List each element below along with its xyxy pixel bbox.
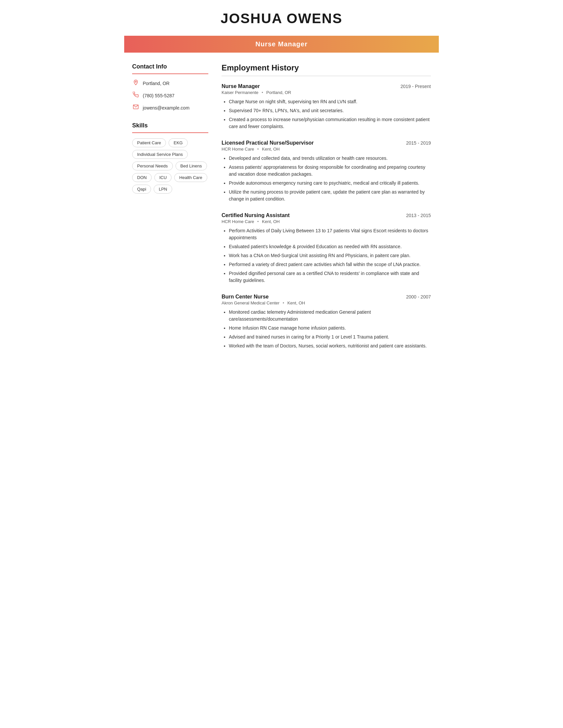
skill-tag: Bed Linens bbox=[175, 161, 207, 170]
employment-divider bbox=[221, 76, 431, 76]
job-title: Nurse Manager bbox=[221, 83, 260, 89]
contact-phone: (780) 555-5287 bbox=[132, 92, 208, 99]
skills-section: Skills Patient CareEKGIndividual Service… bbox=[132, 122, 208, 194]
skills-tags-container: Patient CareEKGIndividual Service PlansP… bbox=[132, 138, 208, 194]
location-text: Portland, OR bbox=[143, 81, 169, 86]
skill-tag: ICU bbox=[154, 173, 171, 182]
job-bullets: Perform Activities of Daily Living Betwe… bbox=[221, 227, 431, 284]
job-bullets: Monitored cardiac telemetry Administered… bbox=[221, 309, 431, 349]
contact-divider bbox=[132, 73, 208, 74]
candidate-name: JOSHUA OWENS bbox=[124, 11, 439, 26]
job-bullets: Charge Nurse on night shift, supervising… bbox=[221, 98, 431, 130]
location-icon bbox=[132, 79, 139, 87]
bullet-item: Evaluated patient's knowledge & provided… bbox=[229, 243, 431, 250]
bullet-item: Supervised 70+ RN's, LPN's, NA's, and un… bbox=[229, 107, 431, 114]
skill-tag: Individual Service Plans bbox=[132, 150, 188, 159]
job-bullets: Developed and collected data, and trends… bbox=[221, 155, 431, 203]
email-text: jowens@example.com bbox=[143, 105, 189, 111]
job-company: Kaiser Permanente • Portland, OR bbox=[221, 90, 431, 95]
job-company: HCR Home Care • Kent, OH bbox=[221, 147, 431, 152]
contact-title: Contact Info bbox=[132, 63, 208, 70]
sidebar: Contact Info Portland, OR (780) 555-5287… bbox=[132, 63, 208, 359]
bullet-item: Assess patients' appropriateness for dos… bbox=[229, 164, 431, 178]
job-header: Certified Nursing Assistant2013 - 2015 bbox=[221, 212, 431, 218]
job-title: Burn Center Nurse bbox=[221, 294, 268, 300]
phone-text: (780) 555-5287 bbox=[143, 93, 174, 98]
bullet-item: Worked with the team of Doctors, Nurses,… bbox=[229, 342, 431, 349]
job-header: Nurse Manager2019 - Present bbox=[221, 83, 431, 89]
skill-tag: Personal Needs bbox=[132, 161, 173, 170]
job-header: Burn Center Nurse2000 - 2007 bbox=[221, 294, 431, 300]
job-entry: Burn Center Nurse2000 - 2007Akron Genera… bbox=[221, 294, 431, 349]
bullet-item: Work has a CNA on Med-Surgical Unit assi… bbox=[229, 252, 431, 259]
job-company: HCR Home Care • Kent, OH bbox=[221, 219, 431, 224]
contact-location: Portland, OR bbox=[132, 79, 208, 87]
job-title: Licensed Practical Nurse/Supervisor bbox=[221, 140, 314, 146]
bullet-item: Developed and collected data, and trends… bbox=[229, 155, 431, 162]
job-dates: 2019 - Present bbox=[400, 84, 431, 89]
svg-point-0 bbox=[135, 81, 136, 82]
skill-tag: Patient Care bbox=[132, 138, 166, 147]
job-title-banner: Nurse Manager bbox=[124, 36, 439, 53]
skills-title: Skills bbox=[132, 122, 208, 129]
email-icon bbox=[132, 104, 139, 112]
skill-tag: EKG bbox=[168, 138, 187, 147]
bullet-item: Created a process to increase nurse/phys… bbox=[229, 116, 431, 130]
bullet-item: Provided dignified personal care as a ce… bbox=[229, 270, 431, 284]
contact-section: Contact Info Portland, OR (780) 555-5287… bbox=[132, 63, 208, 112]
skill-tag: LPN bbox=[154, 185, 172, 194]
main-content: Employment History Nurse Manager2019 - P… bbox=[221, 63, 431, 359]
contact-email: jowens@example.com bbox=[132, 104, 208, 112]
bullet-item: Provide autonomous emergency nursing car… bbox=[229, 180, 431, 187]
job-entry: Licensed Practical Nurse/Supervisor2015 … bbox=[221, 140, 431, 203]
job-title: Certified Nursing Assistant bbox=[221, 212, 290, 218]
bullet-item: Perform Activities of Daily Living Betwe… bbox=[229, 227, 431, 241]
bullet-item: Home Infusion RN Case manage home infusi… bbox=[229, 325, 431, 332]
skill-tag: Health Care bbox=[174, 173, 207, 182]
job-dates: 2015 - 2019 bbox=[406, 140, 431, 146]
job-company: Akron General Medical Center • Kent, OH bbox=[221, 300, 431, 305]
skill-tag: DON bbox=[132, 173, 152, 182]
header: JOSHUA OWENS Nurse Manager bbox=[124, 0, 439, 53]
bullet-item: Monitored cardiac telemetry Administered… bbox=[229, 309, 431, 323]
skills-divider bbox=[132, 132, 208, 133]
phone-icon bbox=[132, 92, 139, 99]
bullet-item: Advised and trained nurses in caring for… bbox=[229, 334, 431, 341]
job-entry: Certified Nursing Assistant2013 - 2015HC… bbox=[221, 212, 431, 284]
jobs-container: Nurse Manager2019 - PresentKaiser Perman… bbox=[221, 83, 431, 349]
bullet-item: Performed a variety of direct patient ca… bbox=[229, 261, 431, 268]
bullet-item: Utilize the nursing process to provide p… bbox=[229, 189, 431, 203]
job-dates: 2013 - 2015 bbox=[406, 213, 431, 218]
job-entry: Nurse Manager2019 - PresentKaiser Perman… bbox=[221, 83, 431, 130]
bullet-item: Charge Nurse on night shift, supervising… bbox=[229, 98, 431, 105]
job-dates: 2000 - 2007 bbox=[406, 294, 431, 299]
skill-tag: Qapi bbox=[132, 185, 151, 194]
employment-title: Employment History bbox=[221, 63, 431, 72]
job-header: Licensed Practical Nurse/Supervisor2015 … bbox=[221, 140, 431, 146]
